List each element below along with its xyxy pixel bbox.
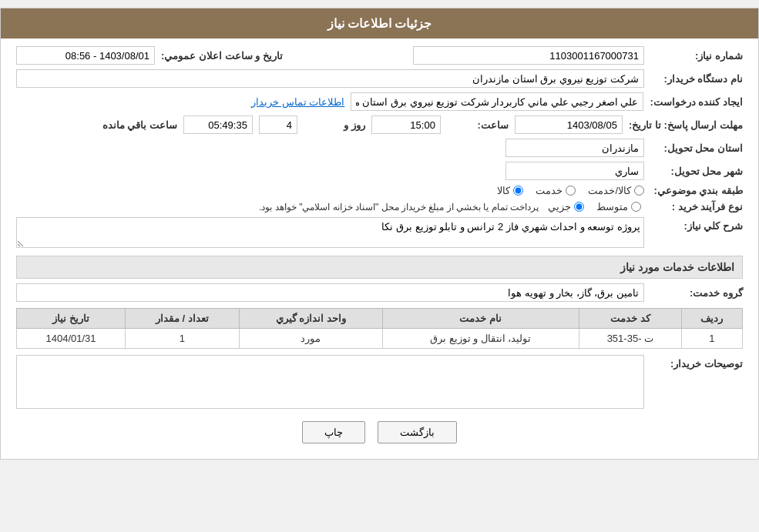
- announcement-input[interactable]: [16, 46, 155, 65]
- service-date: 1404/01/31: [17, 329, 126, 349]
- category-kala-label: کالا: [497, 185, 510, 196]
- process-motavaset-radio[interactable]: [631, 202, 641, 212]
- services-header: اطلاعات خدمات مورد نياز: [16, 256, 743, 279]
- category-khadamat-label: خدمت: [536, 185, 563, 196]
- response-time-input[interactable]: [371, 115, 441, 134]
- buyer-notes-textarea[interactable]: [16, 355, 644, 409]
- col-header-date: تاريخ نياز: [17, 309, 126, 329]
- department-label: نام دستگاه خريدار:: [650, 73, 743, 85]
- response-days-input[interactable]: [259, 115, 297, 134]
- category-kala-option[interactable]: کالا: [497, 185, 523, 196]
- response-date-input[interactable]: [515, 115, 623, 134]
- description-textarea[interactable]: پروژه توسعه و احداث شهري فاز 2 ترانس و ت…: [16, 217, 644, 248]
- province-label: استان محل تحويل:: [650, 142, 743, 154]
- category-kala-radio[interactable]: [513, 186, 523, 196]
- creator-input[interactable]: [351, 92, 643, 111]
- category-kala-khadamat-option[interactable]: کالا/خدمت: [588, 185, 644, 196]
- process-jozii-option[interactable]: جزيي: [548, 201, 584, 212]
- response-remaining-input[interactable]: [183, 115, 253, 134]
- col-header-name: نام خدمت: [382, 309, 579, 329]
- response-remaining-label: ساعت باقي مانده: [102, 119, 177, 131]
- contact-link[interactable]: اطلاعات تماس خريدار: [251, 96, 344, 108]
- process-motavaset-label: متوسط: [596, 201, 628, 212]
- col-header-qty: تعداد / مقدار: [126, 309, 240, 329]
- col-header-row: رديف: [681, 309, 742, 329]
- service-unit: مورد: [239, 329, 382, 349]
- city-input[interactable]: [505, 162, 644, 180]
- process-jozii-label: جزيي: [548, 201, 571, 212]
- category-khadamat-option[interactable]: خدمت: [536, 185, 576, 196]
- process-jozii-radio[interactable]: [574, 202, 584, 212]
- request-number-input[interactable]: [413, 46, 644, 65]
- category-kala-khadamat-label: کالا/خدمت: [588, 185, 631, 196]
- process-motavaset-option[interactable]: متوسط: [596, 201, 641, 212]
- service-code: ت -35-351: [579, 329, 681, 349]
- response-days-label: روز و: [304, 119, 365, 131]
- print-button[interactable]: چاپ: [302, 421, 365, 443]
- process-label: نوع فرآيند خريد :: [650, 201, 743, 212]
- service-qty: 1: [126, 329, 240, 349]
- table-row: 1 ت -35-351 توليد، انتقال و توزيع برق مو…: [17, 329, 743, 349]
- description-label: شرح کلي نياز:: [650, 217, 743, 232]
- creator-label: ايجاد کننده درخواست:: [650, 96, 743, 108]
- row-num: 1: [681, 329, 742, 349]
- city-label: شهر محل تحويل:: [650, 166, 743, 177]
- service-group-label: گروه خدمت:: [650, 287, 743, 299]
- buyer-notes-label: توصيحات خريدار:: [650, 355, 743, 370]
- category-khadamat-radio[interactable]: [566, 186, 576, 196]
- request-number-label: شماره نياز:: [650, 50, 743, 62]
- services-table-container: رديف کد خدمت نام خدمت واحد اندازه گيري ت…: [16, 308, 743, 349]
- col-header-code: کد خدمت: [579, 309, 681, 329]
- service-name: توليد، انتقال و توزيع برق: [382, 329, 579, 349]
- department-input[interactable]: [16, 69, 644, 88]
- back-button[interactable]: بازگشت: [378, 421, 457, 443]
- category-kala-khadamat-radio[interactable]: [634, 186, 644, 196]
- service-group-input[interactable]: [16, 283, 644, 302]
- category-label: طبقه بندي موضوعي:: [650, 185, 743, 196]
- services-table: رديف کد خدمت نام خدمت واحد اندازه گيري ت…: [16, 308, 743, 349]
- announcement-label: تاريخ و ساعت اعلان عمومي:: [161, 50, 283, 62]
- response-deadline-label: مهلت ارسال پاسخ: تا تاريخ:: [629, 119, 743, 131]
- col-header-unit: واحد اندازه گيري: [239, 309, 382, 329]
- process-note: پرداخت تمام يا بخشي از مبلغ خريداز محل "…: [259, 202, 539, 212]
- response-time-label: ساعت:: [447, 119, 509, 131]
- page-title: جزئيات اطلاعات نياز: [1, 8, 758, 38]
- province-input[interactable]: [505, 139, 644, 157]
